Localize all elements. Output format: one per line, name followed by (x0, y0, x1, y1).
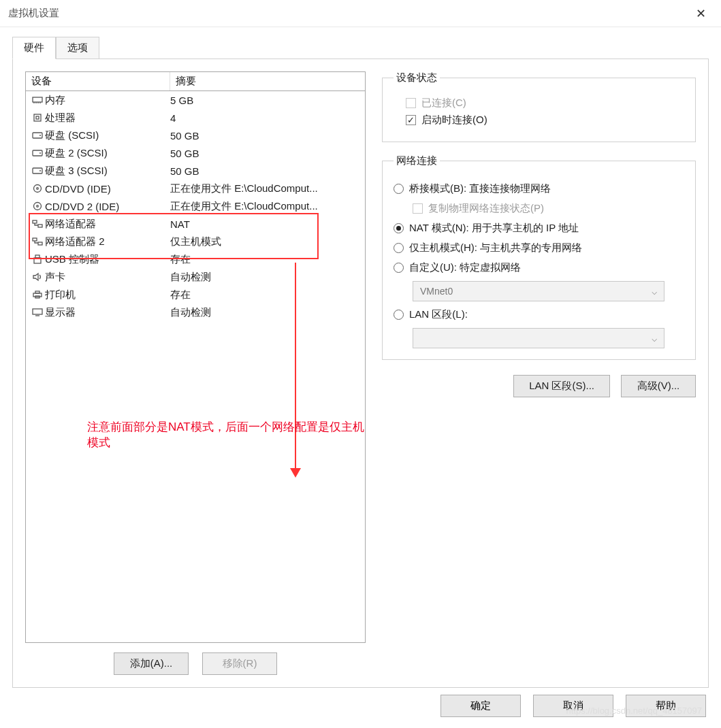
device-row[interactable]: 声卡自动检测 (26, 268, 365, 286)
display-icon (30, 308, 45, 317)
radio-custom[interactable]: 自定义(U): 特定虚拟网络 (394, 261, 684, 274)
device-state-group: 设备状态 已连接(C) 启动时连接(O) (382, 71, 696, 142)
device-row[interactable]: CD/DVD 2 (IDE)正在使用文件 E:\CloudComput... (26, 197, 365, 215)
checkbox-icon (413, 203, 423, 214)
help-button[interactable]: 帮助 (626, 695, 706, 717)
disk-icon (30, 148, 45, 158)
svg-rect-19 (33, 238, 37, 241)
connect-at-poweron-checkbox[interactable]: 启动时连接(O) (406, 114, 684, 127)
close-icon[interactable]: ✕ (689, 3, 713, 24)
device-name: CD/DVD (IDE) (45, 183, 170, 195)
svg-point-16 (37, 205, 39, 208)
device-row[interactable]: 显示器自动检测 (26, 303, 365, 321)
device-summary: 自动检测 (170, 271, 361, 284)
svg-rect-22 (34, 258, 41, 263)
device-name: 硬盘 2 (SCSI) (45, 147, 170, 160)
device-summary: 5 GB (170, 95, 361, 106)
svg-point-15 (34, 203, 42, 210)
window-title: 虚拟机设置 (8, 7, 689, 20)
svg-rect-26 (33, 309, 42, 314)
device-row[interactable]: 内存5 GB (26, 91, 365, 109)
device-name: USB 控制器 (45, 253, 170, 266)
cd-icon (30, 184, 45, 193)
print-icon (30, 290, 45, 299)
svg-rect-17 (33, 220, 37, 223)
device-row[interactable]: 硬盘 (SCSI)50 GB (26, 127, 365, 144)
checkbox-icon (406, 98, 416, 108)
radio-lan[interactable]: LAN 区段(L): (394, 308, 684, 321)
device-name: 硬盘 3 (SCSI) (45, 165, 170, 178)
device-list: 设备 摘要 内存5 GB处理器4硬盘 (SCSI)50 GB硬盘 2 (SCSI… (25, 71, 366, 643)
svg-point-13 (34, 185, 42, 193)
device-summary: 正在使用文件 E:\CloudComput... (170, 200, 361, 213)
lan-segments-button[interactable]: LAN 区段(S)... (513, 375, 610, 397)
device-row[interactable]: 处理器4 (26, 109, 365, 127)
radio-icon (394, 243, 404, 253)
radio-icon (394, 263, 404, 273)
device-summary: 仅主机模式 (170, 235, 361, 248)
svg-rect-24 (35, 291, 39, 293)
net-icon (30, 219, 45, 229)
tab-options[interactable]: 选项 (56, 37, 99, 59)
svg-point-14 (37, 188, 39, 190)
device-summary: 正在使用文件 E:\CloudComput... (170, 182, 361, 195)
svg-point-8 (39, 135, 41, 136)
device-name: 网络适配器 (45, 218, 170, 231)
device-row[interactable]: 网络适配器 2仅主机模式 (26, 233, 365, 250)
radio-nat[interactable]: NAT 模式(N): 用于共享主机的 IP 地址 (394, 222, 684, 235)
custom-network-select: VMnet0 (413, 281, 664, 301)
connected-checkbox: 已连接(C) (406, 97, 684, 110)
device-summary: 50 GB (170, 148, 361, 159)
device-row[interactable]: 硬盘 3 (SCSI)50 GB (26, 162, 365, 180)
device-row[interactable]: CD/DVD (IDE)正在使用文件 E:\CloudComput... (26, 180, 365, 197)
radio-hostonly[interactable]: 仅主机模式(H): 与主机共享的专用网络 (394, 242, 684, 254)
device-summary: 存在 (170, 288, 361, 301)
lan-segment-select (413, 328, 664, 348)
device-summary: NAT (170, 218, 361, 230)
device-name: 显示器 (45, 306, 170, 319)
radio-icon (394, 223, 404, 233)
device-name: CD/DVD 2 (IDE) (45, 201, 170, 212)
svg-rect-20 (38, 242, 42, 245)
col-summary[interactable]: 摘要 (170, 72, 202, 90)
radio-bridged[interactable]: 桥接模式(B): 直接连接物理网络 (394, 182, 684, 195)
device-name: 声卡 (45, 271, 170, 284)
col-device[interactable]: 设备 (26, 72, 170, 90)
checkbox-icon (406, 115, 416, 125)
svg-rect-0 (33, 97, 42, 102)
device-row[interactable]: 打印机存在 (26, 286, 365, 303)
add-button[interactable]: 添加(A)... (114, 652, 189, 675)
radio-icon (394, 184, 404, 194)
titlebar: 虚拟机设置 ✕ (0, 0, 721, 27)
disk-icon (30, 131, 45, 140)
annotation-text: 注意前面部分是NAT模式，后面一个网络配置是仅主机模式 (87, 419, 365, 450)
tabs: 硬件 选项 (12, 37, 709, 59)
svg-point-12 (39, 170, 41, 171)
memory-icon (30, 95, 45, 105)
network-connection-group: 网络连接 桥接模式(B): 直接连接物理网络 复制物理网络连接状态(P) NAT… (382, 154, 696, 360)
sound-icon (30, 272, 45, 282)
annotation-arrowhead (290, 468, 301, 478)
device-name: 硬盘 (SCSI) (45, 129, 170, 142)
tab-hardware[interactable]: 硬件 (12, 37, 56, 59)
device-name: 打印机 (45, 288, 170, 301)
device-summary: 4 (170, 112, 361, 124)
cancel-button[interactable]: 取消 (533, 695, 613, 717)
device-list-header: 设备 摘要 (26, 72, 365, 91)
network-legend: 网络连接 (394, 154, 440, 167)
device-summary: 50 GB (170, 130, 361, 142)
device-name: 网络适配器 2 (45, 235, 170, 248)
cpu-icon (30, 113, 45, 122)
net-icon (30, 237, 45, 246)
device-row[interactable]: USB 控制器存在 (26, 250, 365, 268)
svg-rect-18 (38, 225, 42, 227)
device-row[interactable]: 网络适配器NAT (26, 215, 365, 233)
ok-button[interactable]: 确定 (440, 695, 521, 717)
advanced-button[interactable]: 高级(V)... (621, 375, 696, 397)
device-row[interactable]: 硬盘 2 (SCSI)50 GB (26, 144, 365, 162)
device-name: 处理器 (45, 112, 170, 125)
device-name: 内存 (45, 94, 170, 107)
usb-icon (30, 254, 45, 264)
svg-rect-5 (34, 114, 41, 121)
device-summary: 存在 (170, 253, 361, 266)
